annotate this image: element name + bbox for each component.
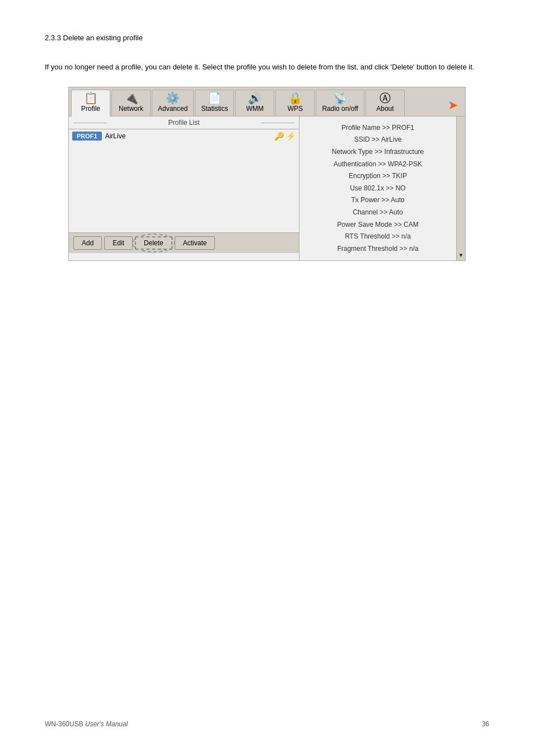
profile-icon-2: ⚡ bbox=[286, 132, 296, 141]
tab-wmm[interactable]: 🔊 WMM bbox=[235, 90, 274, 116]
detail-channel: Channel >> Auto bbox=[308, 207, 447, 219]
right-panel: Profile Name >> PROF1 SSID >> AirLive Ne… bbox=[299, 116, 456, 261]
footer-manual-italic: User's Manual bbox=[85, 720, 128, 728]
about-tab-icon: Ⓐ bbox=[380, 92, 391, 104]
scroll-down-arrow[interactable]: ▼ bbox=[458, 252, 464, 258]
profile-ssid: AirLive bbox=[105, 132, 271, 140]
next-arrow-button[interactable]: ➤ bbox=[443, 98, 463, 116]
tab-profile-label: Profile bbox=[81, 105, 100, 113]
tab-statistics-label: Statistics bbox=[201, 105, 228, 113]
detail-8021x: Use 802.1x >> NO bbox=[308, 183, 447, 195]
app-window: 📋 Profile 🔌 Network ⚙️ Advanced 📄 Statis… bbox=[68, 87, 466, 262]
tab-advanced[interactable]: ⚙️ Advanced bbox=[152, 90, 194, 116]
tab-about-label: About bbox=[376, 105, 394, 113]
detail-encryption: Encryption >> TKIP bbox=[308, 170, 447, 183]
tab-wmm-label: WMM bbox=[246, 105, 264, 113]
detail-ssid: SSID >> AirLive bbox=[308, 134, 447, 146]
profile-icon-1: 🔑 bbox=[274, 132, 284, 141]
tab-network[interactable]: 🔌 Network bbox=[111, 90, 151, 116]
statistics-tab-icon: 📄 bbox=[208, 92, 222, 104]
edit-button[interactable]: Edit bbox=[104, 236, 133, 250]
activate-button[interactable]: Activate bbox=[175, 236, 216, 250]
delete-button-wrapper: Delete bbox=[135, 236, 172, 250]
main-area: Profile List PROF1 AirLive 🔑 ⚡ Add Edit … bbox=[69, 116, 465, 261]
left-panel: Profile List PROF1 AirLive 🔑 ⚡ Add Edit … bbox=[69, 116, 299, 261]
wps-tab-icon: 🔒 bbox=[288, 92, 302, 104]
tab-network-label: Network bbox=[119, 105, 143, 113]
delete-button[interactable]: Delete bbox=[135, 236, 172, 250]
profile-list-header: Profile List bbox=[69, 116, 299, 129]
spacer bbox=[69, 143, 299, 232]
scrollbar[interactable]: ▼ bbox=[456, 116, 465, 261]
footer-page-number: 36 bbox=[482, 720, 489, 728]
detail-profile-name: Profile Name >> PROF1 bbox=[308, 122, 447, 134]
tab-profile[interactable]: 📋 Profile bbox=[71, 90, 110, 116]
radio-tab-icon: 📡 bbox=[333, 92, 347, 104]
tab-radio-label: Radio on/off bbox=[322, 105, 358, 113]
wmm-tab-icon: 🔊 bbox=[248, 92, 262, 104]
advanced-tab-icon: ⚙️ bbox=[166, 92, 180, 104]
tab-wps-label: WPS bbox=[288, 105, 303, 113]
profile-row[interactable]: PROF1 AirLive 🔑 ⚡ bbox=[69, 129, 299, 143]
add-button[interactable]: Add bbox=[73, 236, 102, 250]
profile-name-badge: PROF1 bbox=[72, 132, 102, 141]
profile-tab-icon: 📋 bbox=[84, 92, 98, 104]
detail-authentication: Authentication >> WPA2-PSK bbox=[308, 158, 447, 171]
page-footer: WN-360USB User's Manual 36 bbox=[0, 709, 534, 739]
tab-about[interactable]: Ⓐ About bbox=[366, 90, 405, 116]
profile-icons: 🔑 ⚡ bbox=[274, 132, 296, 141]
button-bar: Add Edit Delete Activate bbox=[69, 232, 299, 253]
detail-network-type: Network Type >> Infrastructure bbox=[308, 146, 447, 158]
tab-advanced-label: Advanced bbox=[158, 105, 188, 113]
detail-rts: RTS Threshold >> n/a bbox=[308, 231, 447, 243]
detail-power-save: Power Save Mode >> CAM bbox=[308, 219, 447, 231]
tab-bar: 📋 Profile 🔌 Network ⚙️ Advanced 📄 Statis… bbox=[69, 87, 465, 116]
tab-statistics[interactable]: 📄 Statistics bbox=[195, 90, 234, 116]
network-tab-icon: 🔌 bbox=[124, 92, 138, 104]
footer-left: WN-360USB User's Manual bbox=[45, 720, 128, 728]
section-title: 2.3.3 Delete an existing profile bbox=[45, 34, 489, 42]
detail-fragment: Fragment Threshold >> n/a bbox=[308, 243, 447, 255]
tab-wps[interactable]: 🔒 WPS bbox=[275, 90, 315, 116]
detail-tx-power: Tx Power >> Auto bbox=[308, 194, 447, 207]
section-description: If you no longer need a profile, you can… bbox=[45, 62, 489, 73]
tab-radio[interactable]: 📡 Radio on/off bbox=[316, 90, 364, 116]
